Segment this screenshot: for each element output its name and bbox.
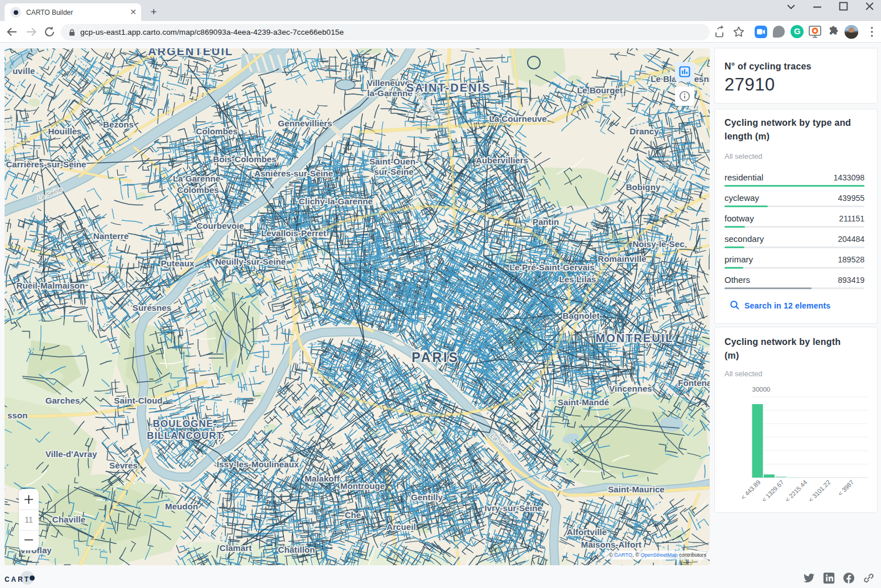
svg-text:Noisy-le-Sec: Noisy-le-Sec xyxy=(632,239,684,249)
svg-text:La Garenne-: La Garenne- xyxy=(173,174,224,183)
svg-text:Ivry-sur-Seine: Ivry-sur-Seine xyxy=(484,503,542,513)
svg-text:Drancy: Drancy xyxy=(629,126,659,136)
svg-text:Courbevoie: Courbevoie xyxy=(196,221,244,231)
svg-text:PARIS: PARIS xyxy=(411,350,459,365)
svg-text:Gentilly: Gentilly xyxy=(411,492,443,502)
svg-text:BILLANCOURT: BILLANCOURT xyxy=(147,430,223,441)
svg-text:Colombes: Colombes xyxy=(196,126,237,136)
svg-text:Aubervilliers: Aubervilliers xyxy=(476,155,528,165)
svg-text:Clichy-la-Garenne: Clichy-la-Garenne xyxy=(299,196,373,206)
svg-text:Saint-Ouen-: Saint-Ouen- xyxy=(369,157,418,166)
svg-text:Rueil-Malmaison: Rueil-Malmaison xyxy=(17,281,85,290)
svg-text:Le Bourget: Le Bourget xyxy=(577,85,623,95)
svg-text:Maisons-Alfort: Maisons-Alfort xyxy=(581,540,641,549)
svg-text:Alfortville: Alfortville xyxy=(567,527,607,537)
svg-text:La Courneuve: La Courneuve xyxy=(489,114,546,124)
svg-text:Ville-d'Avray: Ville-d'Avray xyxy=(46,449,97,459)
svg-text:esnil: esnil xyxy=(694,74,710,84)
svg-text:Clamart: Clamart xyxy=(220,543,252,553)
svg-text:30000: 30000 xyxy=(752,386,771,393)
svg-text:Garches: Garches xyxy=(46,396,80,405)
svg-text:BOULOGNE-: BOULOGNE- xyxy=(153,418,217,429)
svg-text:Meudon: Meudon xyxy=(165,501,198,511)
svg-text:sur-Seine: sur-Seine xyxy=(374,167,413,176)
svg-text:Chaville: Chaville xyxy=(52,515,85,524)
svg-text:Sèvres: Sèvres xyxy=(109,460,138,470)
svg-text:< 2215.44: < 2215.44 xyxy=(784,479,808,503)
svg-text:Issy-les-Moulineaux: Issy-les-Moulineaux xyxy=(217,459,299,469)
svg-text:uville: uville xyxy=(13,66,35,76)
svg-text:Asnières-sur-Seine: Asnières-sur-Seine xyxy=(254,168,334,178)
svg-text:Saint-Mandé: Saint-Mandé xyxy=(558,397,609,407)
svg-text:Malakoff: Malakoff xyxy=(304,474,340,483)
svg-text:Fontenay: Fontenay xyxy=(678,378,710,388)
svg-text:Saint-Cloud: Saint-Cloud xyxy=(114,396,162,405)
svg-text:< 1329.67: < 1329.67 xyxy=(760,479,785,503)
svg-text:< 3101.22: < 3101.22 xyxy=(807,479,831,503)
svg-text:Montrouge: Montrouge xyxy=(340,481,385,491)
svg-text:Bezons: Bezons xyxy=(103,120,134,129)
svg-text:Carrières-sur-Seine: Carrières-sur-Seine xyxy=(6,159,86,169)
svg-text:Vincennes: Vincennes xyxy=(609,384,652,393)
svg-text:Arcueil: Arcueil xyxy=(386,522,416,532)
svg-text:Che: Che xyxy=(345,510,361,520)
svg-text:Bois-Colombes: Bois-Colombes xyxy=(213,154,276,164)
svg-text:Puteaux: Puteaux xyxy=(160,258,195,268)
svg-text:Nanterre: Nanterre xyxy=(93,231,129,241)
svg-text:Saint-Maurice: Saint-Maurice xyxy=(608,484,665,494)
svg-text:Châtillon: Châtillon xyxy=(278,545,315,554)
svg-text:Bobigny: Bobigny xyxy=(626,182,661,192)
svg-text:MONTREUIL: MONTREUIL xyxy=(596,332,674,344)
svg-text:Suresnes: Suresnes xyxy=(133,303,171,312)
svg-text:Houilles: Houilles xyxy=(48,126,81,136)
svg-text:Levallois-Perret: Levallois-Perret xyxy=(261,228,326,238)
svg-text:Neuilly-sur-Seine: Neuilly-sur-Seine xyxy=(215,257,286,266)
svg-text:Le Pré-Saint-Gervais: Le Pré-Saint-Gervais xyxy=(509,262,595,272)
svg-text:Le Bla: Le Bla xyxy=(651,74,677,84)
svg-text:Gennevilliers: Gennevilliers xyxy=(278,118,332,128)
svg-text:ARGENTEUIL: ARGENTEUIL xyxy=(148,48,233,57)
svg-text:SAINT-DENIS: SAINT-DENIS xyxy=(406,81,491,94)
svg-text:Pantin: Pantin xyxy=(533,217,559,227)
svg-text:sson: sson xyxy=(7,410,27,420)
svg-text:Les Lilas: Les Lilas xyxy=(559,274,596,284)
svg-text:< 3987: < 3987 xyxy=(837,479,855,497)
svg-text:< 443.89: < 443.89 xyxy=(739,479,761,501)
svg-text:Bagnolet: Bagnolet xyxy=(563,311,600,320)
svg-text:Romainville: Romainville xyxy=(598,254,646,264)
svg-text:Colombes: Colombes xyxy=(177,185,219,195)
